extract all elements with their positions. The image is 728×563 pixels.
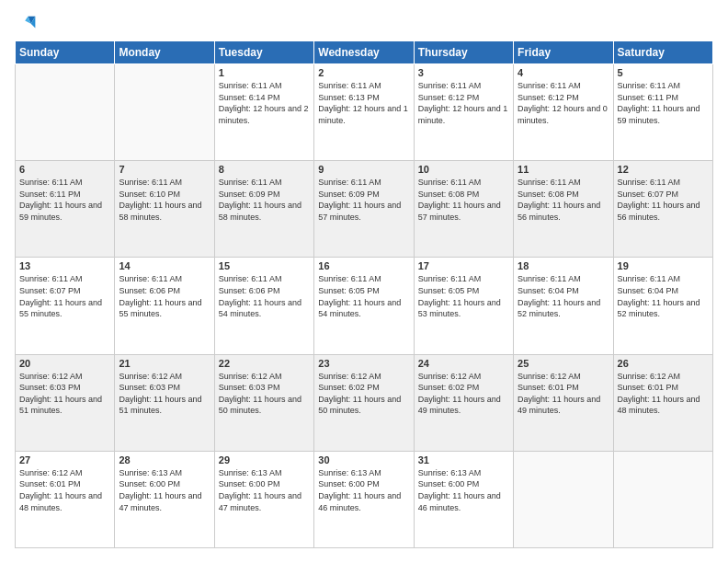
calendar-day-cell: 12Sunrise: 6:11 AMSunset: 6:07 PMDayligh… xyxy=(613,161,712,258)
day-number: 1 xyxy=(219,67,310,78)
day-detail: Sunrise: 6:11 AMSunset: 6:04 PMDaylight:… xyxy=(518,273,609,319)
calendar-day-cell: 11Sunrise: 6:11 AMSunset: 6:08 PMDayligh… xyxy=(514,161,613,258)
day-number: 27 xyxy=(19,454,110,465)
day-number: 29 xyxy=(219,454,310,465)
day-detail: Sunrise: 6:12 AMSunset: 6:03 PMDaylight:… xyxy=(19,371,110,417)
day-number: 11 xyxy=(518,164,609,175)
day-number: 22 xyxy=(219,358,310,369)
day-number: 14 xyxy=(119,260,210,271)
calendar-week-row: 1Sunrise: 6:11 AMSunset: 6:14 PMDaylight… xyxy=(16,64,713,161)
weekday-header: Wednesday xyxy=(314,41,414,64)
calendar-day-cell: 24Sunrise: 6:12 AMSunset: 6:02 PMDayligh… xyxy=(414,354,513,451)
calendar-day-cell: 19Sunrise: 6:11 AMSunset: 6:04 PMDayligh… xyxy=(613,258,712,354)
day-number: 13 xyxy=(19,260,110,271)
logo-icon xyxy=(15,15,37,31)
logo xyxy=(15,15,37,31)
day-number: 26 xyxy=(618,358,709,369)
calendar-day-cell: 2Sunrise: 6:11 AMSunset: 6:13 PMDaylight… xyxy=(314,64,414,161)
day-detail: Sunrise: 6:11 AMSunset: 6:07 PMDaylight:… xyxy=(19,273,110,319)
weekday-header: Friday xyxy=(514,41,613,64)
day-number: 2 xyxy=(318,67,409,78)
calendar-header-row: SundayMondayTuesdayWednesdayThursdayFrid… xyxy=(16,41,713,64)
day-detail: Sunrise: 6:13 AMSunset: 6:00 PMDaylight:… xyxy=(318,467,409,513)
day-detail: Sunrise: 6:11 AMSunset: 6:07 PMDaylight:… xyxy=(618,177,709,223)
day-detail: Sunrise: 6:11 AMSunset: 6:13 PMDaylight:… xyxy=(318,80,409,126)
day-detail: Sunrise: 6:11 AMSunset: 6:05 PMDaylight:… xyxy=(318,273,409,319)
day-detail: Sunrise: 6:12 AMSunset: 6:02 PMDaylight:… xyxy=(318,371,409,417)
day-number: 25 xyxy=(518,358,609,369)
calendar-day-cell: 7Sunrise: 6:11 AMSunset: 6:10 PMDaylight… xyxy=(115,161,214,258)
day-detail: Sunrise: 6:12 AMSunset: 6:01 PMDaylight:… xyxy=(518,371,609,417)
day-number: 21 xyxy=(119,358,210,369)
day-detail: Sunrise: 6:11 AMSunset: 6:10 PMDaylight:… xyxy=(119,177,210,223)
calendar-day-cell: 9Sunrise: 6:11 AMSunset: 6:09 PMDaylight… xyxy=(314,161,414,258)
calendar-day-cell xyxy=(115,64,214,161)
day-number: 17 xyxy=(418,260,509,271)
day-number: 5 xyxy=(618,67,709,78)
day-detail: Sunrise: 6:13 AMSunset: 6:00 PMDaylight:… xyxy=(119,467,210,513)
day-detail: Sunrise: 6:13 AMSunset: 6:00 PMDaylight:… xyxy=(418,467,509,513)
day-number: 7 xyxy=(119,164,210,175)
calendar-day-cell: 29Sunrise: 6:13 AMSunset: 6:00 PMDayligh… xyxy=(214,451,313,547)
calendar-day-cell: 28Sunrise: 6:13 AMSunset: 6:00 PMDayligh… xyxy=(115,451,214,547)
header xyxy=(15,15,713,31)
day-detail: Sunrise: 6:11 AMSunset: 6:12 PMDaylight:… xyxy=(418,80,509,126)
weekday-header: Tuesday xyxy=(214,41,313,64)
day-detail: Sunrise: 6:11 AMSunset: 6:04 PMDaylight:… xyxy=(618,273,709,319)
calendar-day-cell: 10Sunrise: 6:11 AMSunset: 6:08 PMDayligh… xyxy=(414,161,513,258)
day-number: 30 xyxy=(318,454,409,465)
day-detail: Sunrise: 6:11 AMSunset: 6:05 PMDaylight:… xyxy=(418,273,509,319)
day-detail: Sunrise: 6:11 AMSunset: 6:06 PMDaylight:… xyxy=(119,273,210,319)
calendar-week-row: 6Sunrise: 6:11 AMSunset: 6:11 PMDaylight… xyxy=(16,161,713,258)
calendar-day-cell: 20Sunrise: 6:12 AMSunset: 6:03 PMDayligh… xyxy=(16,354,115,451)
day-number: 8 xyxy=(219,164,310,175)
calendar-day-cell: 27Sunrise: 6:12 AMSunset: 6:01 PMDayligh… xyxy=(16,451,115,547)
calendar-day-cell: 1Sunrise: 6:11 AMSunset: 6:14 PMDaylight… xyxy=(214,64,313,161)
calendar-day-cell: 15Sunrise: 6:11 AMSunset: 6:06 PMDayligh… xyxy=(214,258,313,354)
calendar-table: SundayMondayTuesdayWednesdayThursdayFrid… xyxy=(15,40,713,548)
day-detail: Sunrise: 6:12 AMSunset: 6:01 PMDaylight:… xyxy=(19,467,110,513)
day-number: 18 xyxy=(518,260,609,271)
calendar-day-cell: 30Sunrise: 6:13 AMSunset: 6:00 PMDayligh… xyxy=(314,451,414,547)
calendar-day-cell: 18Sunrise: 6:11 AMSunset: 6:04 PMDayligh… xyxy=(514,258,613,354)
day-detail: Sunrise: 6:11 AMSunset: 6:08 PMDaylight:… xyxy=(518,177,609,223)
calendar-day-cell: 4Sunrise: 6:11 AMSunset: 6:12 PMDaylight… xyxy=(514,64,613,161)
day-number: 4 xyxy=(518,67,609,78)
calendar-day-cell xyxy=(514,451,613,547)
day-detail: Sunrise: 6:11 AMSunset: 6:12 PMDaylight:… xyxy=(518,80,609,126)
day-detail: Sunrise: 6:12 AMSunset: 6:02 PMDaylight:… xyxy=(418,371,509,417)
calendar-day-cell: 21Sunrise: 6:12 AMSunset: 6:03 PMDayligh… xyxy=(115,354,214,451)
day-number: 20 xyxy=(19,358,110,369)
calendar-week-row: 20Sunrise: 6:12 AMSunset: 6:03 PMDayligh… xyxy=(16,354,713,451)
calendar-day-cell: 25Sunrise: 6:12 AMSunset: 6:01 PMDayligh… xyxy=(514,354,613,451)
weekday-header: Saturday xyxy=(613,41,712,64)
calendar-day-cell xyxy=(16,64,115,161)
calendar-week-row: 13Sunrise: 6:11 AMSunset: 6:07 PMDayligh… xyxy=(16,258,713,354)
day-number: 6 xyxy=(19,164,110,175)
calendar-day-cell: 6Sunrise: 6:11 AMSunset: 6:11 PMDaylight… xyxy=(16,161,115,258)
calendar-day-cell: 5Sunrise: 6:11 AMSunset: 6:11 PMDaylight… xyxy=(613,64,712,161)
day-detail: Sunrise: 6:11 AMSunset: 6:14 PMDaylight:… xyxy=(219,80,310,126)
day-number: 23 xyxy=(318,358,409,369)
weekday-header: Monday xyxy=(115,41,214,64)
day-number: 28 xyxy=(119,454,210,465)
calendar-day-cell xyxy=(613,451,712,547)
day-number: 10 xyxy=(418,164,509,175)
calendar-day-cell: 3Sunrise: 6:11 AMSunset: 6:12 PMDaylight… xyxy=(414,64,513,161)
calendar-day-cell: 14Sunrise: 6:11 AMSunset: 6:06 PMDayligh… xyxy=(115,258,214,354)
day-detail: Sunrise: 6:12 AMSunset: 6:03 PMDaylight:… xyxy=(119,371,210,417)
weekday-header: Thursday xyxy=(414,41,513,64)
calendar-day-cell: 31Sunrise: 6:13 AMSunset: 6:00 PMDayligh… xyxy=(414,451,513,547)
calendar-day-cell: 16Sunrise: 6:11 AMSunset: 6:05 PMDayligh… xyxy=(314,258,414,354)
calendar-day-cell: 13Sunrise: 6:11 AMSunset: 6:07 PMDayligh… xyxy=(16,258,115,354)
day-detail: Sunrise: 6:12 AMSunset: 6:01 PMDaylight:… xyxy=(618,371,709,417)
calendar-day-cell: 23Sunrise: 6:12 AMSunset: 6:02 PMDayligh… xyxy=(314,354,414,451)
day-number: 31 xyxy=(418,454,509,465)
calendar-day-cell: 8Sunrise: 6:11 AMSunset: 6:09 PMDaylight… xyxy=(214,161,313,258)
day-detail: Sunrise: 6:11 AMSunset: 6:08 PMDaylight:… xyxy=(418,177,509,223)
day-number: 24 xyxy=(418,358,509,369)
weekday-header: Sunday xyxy=(16,41,115,64)
calendar-page: SundayMondayTuesdayWednesdayThursdayFrid… xyxy=(0,0,728,563)
day-number: 3 xyxy=(418,67,509,78)
day-detail: Sunrise: 6:11 AMSunset: 6:09 PMDaylight:… xyxy=(219,177,310,223)
